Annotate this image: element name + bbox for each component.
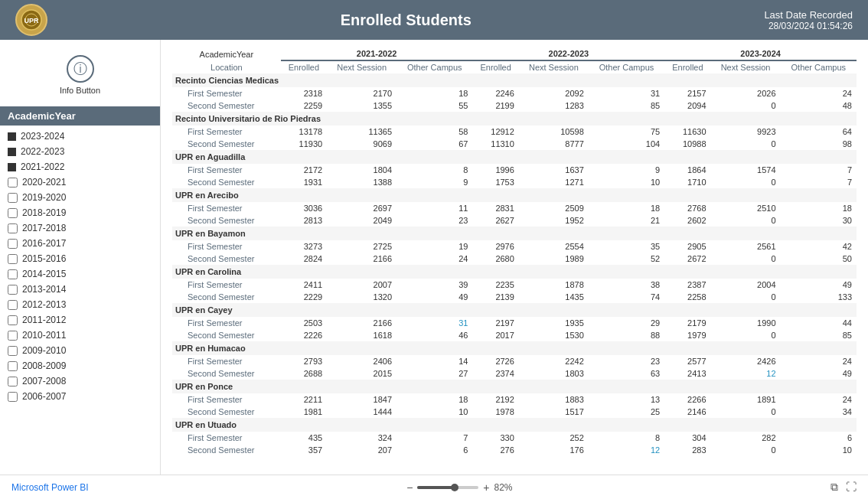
cell-9: 6: [781, 432, 857, 444]
cell-7: 2266: [664, 393, 710, 406]
cell-7: 2602: [664, 214, 710, 227]
cell-3: 18: [396, 393, 472, 406]
sidebar-item-2023-2024[interactable]: 2023-2024: [0, 129, 160, 144]
sidebar-checkbox-9[interactable]: [8, 269, 18, 279]
sidebar-item-2011-2012[interactable]: 2011-2012: [0, 312, 160, 328]
sidebar-item-2015-2016[interactable]: 2015-2016: [0, 251, 160, 266]
cell-3: 24: [396, 253, 472, 265]
table-row: First Semester22111847182192188313226618…: [172, 393, 857, 406]
powerbi-link[interactable]: Microsoft Power BI: [11, 482, 89, 493]
sidebar-item-2021-2022[interactable]: 2021-2022: [0, 159, 160, 174]
cell-3: 8: [396, 164, 472, 176]
info-button[interactable]: ⓘ: [67, 55, 94, 83]
sidebar-checkbox-17[interactable]: [8, 392, 18, 402]
cell-0: First Semester: [172, 240, 281, 253]
cell-3: 6: [396, 444, 472, 456]
table-row: Second Semester1981144410197815172521460…: [172, 406, 857, 418]
sidebar-checkbox-11[interactable]: [8, 300, 18, 310]
sidebar-item-2013-2014[interactable]: 2013-2014: [0, 282, 160, 297]
sidebar-checkbox-4[interactable]: [8, 193, 18, 203]
share-icon[interactable]: ⧉: [830, 481, 838, 494]
sidebar-checkbox-7[interactable]: [8, 239, 18, 249]
sidebar-item-2022-2023[interactable]: 2022-2023: [0, 144, 160, 159]
cell-8: 1574: [711, 164, 781, 176]
sidebar-label-8: 2015-2016: [22, 253, 66, 264]
sidebar-item-2018-2019[interactable]: 2018-2019: [0, 205, 160, 220]
cell-0: Second Semester: [172, 253, 281, 265]
sidebar-checkbox-16[interactable]: [8, 377, 18, 386]
cell-4: 330: [472, 432, 518, 444]
sidebar-checkbox-13[interactable]: [8, 331, 18, 341]
sidebar-item-2010-2011[interactable]: 2010-2011: [0, 328, 160, 343]
cell-6: 52: [589, 253, 664, 265]
sidebar-label-13: 2010-2011: [22, 330, 66, 341]
table-row: First Semester27932406142726224223257724…: [172, 355, 857, 367]
sidebar-item-2014-2015[interactable]: 2014-2015: [0, 266, 160, 282]
sidebar-checkbox-12[interactable]: [8, 315, 18, 325]
cell-0: First Semester: [172, 164, 281, 176]
sidebar-checkbox-15[interactable]: [8, 361, 18, 371]
sidebar-checkbox-10[interactable]: [8, 285, 18, 295]
cell-9: 7: [781, 176, 857, 188]
cell-0: Second Semester: [172, 99, 281, 112]
cell-3: 39: [396, 279, 472, 291]
cell-7: 2672: [664, 253, 710, 265]
zoom-out-button[interactable]: −: [406, 481, 413, 494]
cell-9: 48: [781, 99, 857, 112]
sidebar-item-2006-2007[interactable]: 2006-2007: [0, 389, 160, 404]
cell-0: First Semester: [172, 432, 281, 444]
sidebar-checkbox-5[interactable]: [8, 208, 18, 218]
cell-9: 49: [781, 279, 857, 291]
cell-0: First Semester: [172, 355, 281, 367]
cell-5: 1530: [519, 329, 589, 341]
cell-1: 2793: [281, 355, 327, 367]
info-button-area: ⓘ Info Button: [60, 47, 100, 106]
zoom-slider[interactable]: [417, 486, 478, 489]
cell-7: 283: [664, 444, 710, 456]
sidebar-label-2: 2021-2022: [21, 161, 64, 172]
sidebar-checkbox-6[interactable]: [8, 223, 18, 233]
cell-9: 50: [781, 253, 857, 265]
cell-9: 24: [781, 87, 857, 99]
cell-6: 85: [589, 99, 664, 112]
cell-7: 2146: [664, 406, 710, 418]
cell-8: 0: [711, 444, 781, 456]
sidebar-item-2007-2008[interactable]: 2007-2008: [0, 373, 160, 389]
cell-1: 2229: [281, 291, 327, 303]
cell-1: 2172: [281, 164, 327, 176]
cell-3: 67: [396, 138, 472, 150]
cell-0: Second Semester: [172, 367, 281, 380]
sidebar-item-2008-2009[interactable]: 2008-2009: [0, 358, 160, 373]
checked-box-1: [8, 148, 16, 156]
cell-8: 0: [711, 253, 781, 265]
other2-header: Other Campus: [589, 60, 664, 73]
sidebar-items: 2023-20242022-20232021-20222020-20212019…: [0, 126, 160, 407]
table-row: First Semester13178113655812912105987511…: [172, 126, 857, 138]
sidebar-item-2017-2018[interactable]: 2017-2018: [0, 220, 160, 236]
cell-3: 11: [396, 202, 472, 214]
cell-5: 8777: [519, 138, 589, 150]
cell-8: 1990: [711, 317, 781, 329]
sidebar-item-2016-2017[interactable]: 2016-2017: [0, 236, 160, 251]
cell-5: 1952: [519, 214, 589, 227]
cell-9: 42: [781, 240, 857, 253]
zoom-in-button[interactable]: +: [483, 481, 489, 494]
cell-3: 10: [396, 406, 472, 418]
sidebar-checkbox-8[interactable]: [8, 254, 18, 264]
sidebar-item-2019-2020[interactable]: 2019-2020: [0, 190, 160, 205]
cell-9: 49: [781, 367, 857, 380]
cell-5: 176: [519, 444, 589, 456]
table-row: Second Semester2259135555219912838520940…: [172, 99, 857, 112]
cell-2: 2049: [327, 214, 396, 227]
sidebar-checkbox-3[interactable]: [8, 178, 18, 188]
sidebar-item-2012-2013[interactable]: 2012-2013: [0, 297, 160, 312]
sidebar-checkbox-14[interactable]: [8, 346, 18, 356]
fullscreen-icon[interactable]: ⛶: [846, 481, 857, 494]
cell-1: 2503: [281, 317, 327, 329]
sidebar-item-2009-2010[interactable]: 2009-2010: [0, 343, 160, 358]
cell-2: 2166: [327, 253, 396, 265]
sidebar-item-2020-2021[interactable]: 2020-2021: [0, 174, 160, 190]
cell-2: 1388: [327, 176, 396, 188]
cell-2: 2406: [327, 355, 396, 367]
enrolled1-header: Enrolled: [281, 60, 327, 73]
